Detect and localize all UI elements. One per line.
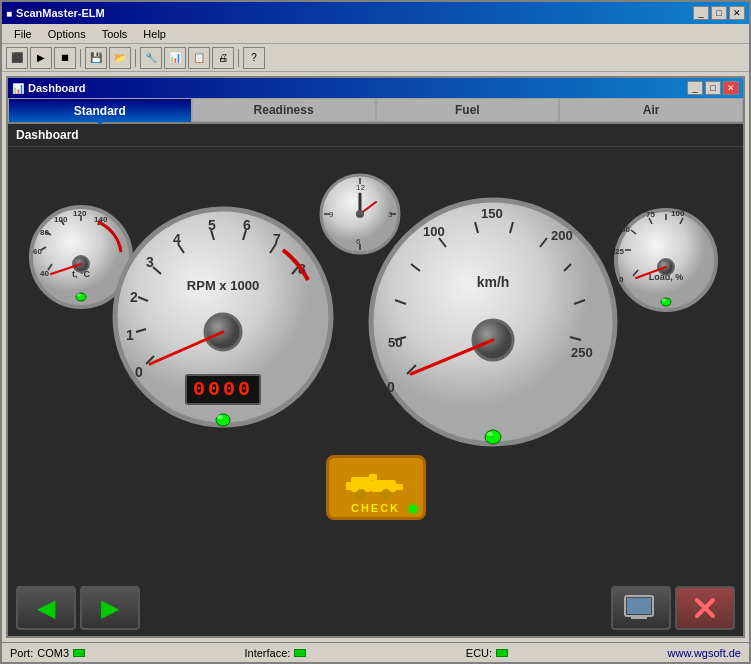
port-value: COM3 xyxy=(37,647,69,659)
svg-rect-98 xyxy=(393,484,403,490)
inner-close-btn[interactable]: ✕ xyxy=(723,81,739,95)
toolbar-btn-10[interactable]: ? xyxy=(243,47,265,69)
menu-help[interactable]: Help xyxy=(135,26,174,42)
check-engine-icon xyxy=(341,462,411,502)
outer-title-bar: ■ ScanMaster-ELM _ □ ✕ xyxy=(2,2,749,24)
inner-title-text: Dashboard xyxy=(28,82,687,94)
interface-status: Interface: xyxy=(245,647,307,659)
svg-text:200: 200 xyxy=(551,228,573,243)
svg-point-17 xyxy=(77,294,81,297)
svg-text:120: 120 xyxy=(73,209,87,218)
menu-tools[interactable]: Tools xyxy=(94,26,136,42)
load-gauge-svg: 0 25 50 75 100 Load, % xyxy=(611,202,721,322)
ecu-label: ECU: xyxy=(466,647,492,659)
port-status: Port: COM3 xyxy=(10,647,85,659)
svg-text:50: 50 xyxy=(621,225,630,234)
tab-readiness[interactable]: Readiness xyxy=(192,98,376,122)
svg-text:6: 6 xyxy=(356,237,361,246)
tabs: Standard Readiness Fuel Air xyxy=(8,98,743,124)
svg-text:2: 2 xyxy=(130,289,138,305)
outer-window: ■ ScanMaster-ELM _ □ ✕ File Options Tool… xyxy=(0,0,751,664)
toolbar-btn-4[interactable]: 💾 xyxy=(85,47,107,69)
port-led xyxy=(73,649,85,657)
menu-bar: File Options Tools Help xyxy=(2,24,749,44)
svg-point-99 xyxy=(356,489,366,499)
toolbar-btn-9[interactable]: 🖨 xyxy=(212,47,234,69)
toolbar-sep-2 xyxy=(135,49,136,67)
outer-minimize-btn[interactable]: _ xyxy=(693,6,709,20)
tab-fuel[interactable]: Fuel xyxy=(376,98,560,122)
rpm-gauge-container: 0 1 2 3 4 5 6 7 8 RPM x 1000 xyxy=(108,202,338,435)
svg-text:50: 50 xyxy=(388,335,402,350)
menu-options[interactable]: Options xyxy=(40,26,94,42)
toolbar-btn-3[interactable]: ⏹ xyxy=(54,47,76,69)
svg-text:12: 12 xyxy=(356,183,365,192)
toolbar-btn-1[interactable]: ⬛ xyxy=(6,47,28,69)
rpm-digital-display: 0000 xyxy=(185,374,261,405)
monitor-icon xyxy=(623,594,659,622)
port-label: Port: xyxy=(10,647,33,659)
svg-point-76 xyxy=(487,432,493,436)
svg-point-53 xyxy=(217,415,223,419)
toolbar-sep-1 xyxy=(80,49,81,67)
back-arrow-icon: ◀ xyxy=(37,594,55,622)
svg-text:100: 100 xyxy=(423,224,445,239)
inner-title-bar: 📊 Dashboard _ □ ✕ xyxy=(8,78,743,98)
monitor-button[interactable] xyxy=(611,586,671,630)
toolbar-btn-7[interactable]: 📊 xyxy=(164,47,186,69)
status-bar: Port: COM3 Interface: ECU: www.wgsoft.de xyxy=(2,642,749,662)
inner-minimize-btn[interactable]: _ xyxy=(687,81,703,95)
toolbar-btn-5[interactable]: 📂 xyxy=(109,47,131,69)
svg-text:250: 250 xyxy=(571,345,593,360)
check-engine-text: CHECK xyxy=(351,502,400,514)
load-gauge-container: 0 25 50 75 100 Load, % xyxy=(611,202,721,325)
check-engine-light[interactable]: CHECK xyxy=(326,455,426,520)
check-engine-led xyxy=(409,505,417,513)
svg-rect-96 xyxy=(369,474,377,480)
svg-rect-95 xyxy=(346,482,354,490)
svg-text:6: 6 xyxy=(243,217,251,233)
outer-title-text: ScanMaster-ELM xyxy=(16,7,693,19)
ecu-status: ECU: xyxy=(466,647,508,659)
inner-window: 📊 Dashboard _ □ ✕ Standard Readiness Fue… xyxy=(6,76,745,638)
toolbar-btn-2[interactable]: ▶ xyxy=(30,47,52,69)
website-link: www.wgsoft.de xyxy=(668,647,741,659)
exit-button[interactable] xyxy=(675,586,735,630)
tab-air[interactable]: Air xyxy=(559,98,743,122)
svg-point-100 xyxy=(381,489,391,499)
outer-close-btn[interactable]: ✕ xyxy=(729,6,745,20)
right-nav-buttons xyxy=(611,586,735,630)
nav-buttons-bar: ◀ ▶ xyxy=(8,580,743,636)
outer-maximize-btn[interactable]: □ xyxy=(711,6,727,20)
svg-text:75: 75 xyxy=(646,210,655,219)
svg-text:150: 150 xyxy=(481,206,503,221)
speed-gauge-container: 0 50 100 150 200 250 km/h xyxy=(363,192,623,455)
outer-title-controls: _ □ ✕ xyxy=(693,6,745,20)
svg-text:km/h: km/h xyxy=(477,274,510,290)
forward-arrow-icon: ▶ xyxy=(101,594,119,622)
inner-maximize-btn[interactable]: □ xyxy=(705,81,721,95)
ecu-led xyxy=(496,649,508,657)
exit-icon xyxy=(691,594,719,622)
svg-text:80: 80 xyxy=(40,228,49,237)
toolbar-btn-6[interactable]: 🔧 xyxy=(140,47,162,69)
svg-text:40: 40 xyxy=(40,269,49,278)
svg-text:25: 25 xyxy=(615,247,624,256)
back-button[interactable]: ◀ xyxy=(16,586,76,630)
svg-text:7: 7 xyxy=(273,231,281,247)
forward-button[interactable]: ▶ xyxy=(80,586,140,630)
svg-point-75 xyxy=(485,430,501,444)
svg-text:0: 0 xyxy=(135,364,143,380)
toolbar-btn-8[interactable]: 📋 xyxy=(188,47,210,69)
interface-label: Interface: xyxy=(245,647,291,659)
toolbar-sep-3 xyxy=(238,49,239,67)
menu-file[interactable]: File xyxy=(6,26,40,42)
svg-text:4: 4 xyxy=(173,231,181,247)
tab-standard[interactable]: Standard xyxy=(8,98,192,122)
inner-title-controls: _ □ ✕ xyxy=(687,81,739,95)
svg-text:100: 100 xyxy=(671,209,685,218)
dashboard-content: 40 60 80 100 120 140 t, °C xyxy=(8,147,743,580)
svg-rect-102 xyxy=(631,616,647,619)
svg-text:0: 0 xyxy=(387,379,395,395)
speed-gauge-svg: 0 50 100 150 200 250 km/h xyxy=(363,192,623,452)
